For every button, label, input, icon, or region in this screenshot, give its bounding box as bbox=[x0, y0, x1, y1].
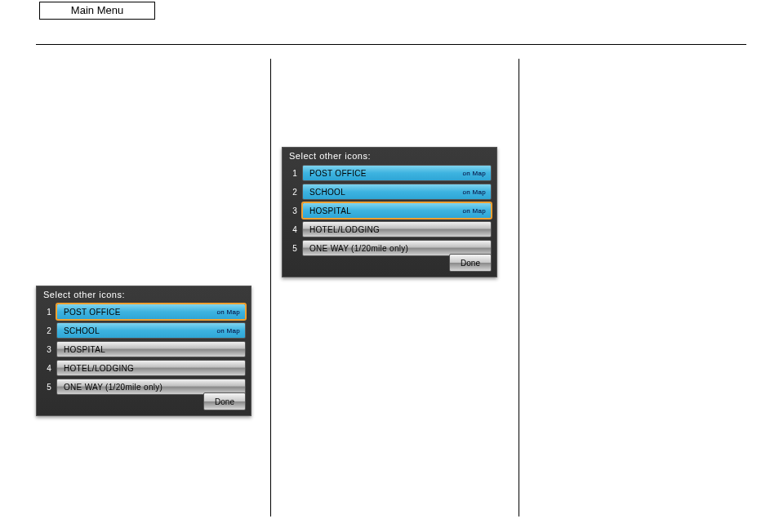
row-number: 5 bbox=[42, 383, 56, 392]
option-status: on Map bbox=[217, 327, 240, 335]
list-row: 4 HOTEL/LODGING bbox=[42, 359, 246, 377]
option-label: SCHOOL bbox=[309, 188, 345, 197]
screen-title: Select other icons: bbox=[43, 290, 125, 299]
option-label: HOTEL/LODGING bbox=[309, 225, 380, 234]
icon-option-hospital[interactable]: HOSPITAL on Map bbox=[302, 202, 492, 219]
option-label: HOSPITAL bbox=[309, 206, 351, 215]
row-number: 2 bbox=[42, 326, 56, 335]
option-label: ONE WAY (1/20mile only) bbox=[309, 244, 408, 253]
list-row: 1 POST OFFICE on Map bbox=[42, 303, 246, 321]
row-number: 2 bbox=[287, 188, 302, 197]
icon-option-school[interactable]: SCHOOL on Map bbox=[302, 184, 492, 200]
icon-option-hotel-lodging[interactable]: HOTEL/LODGING bbox=[302, 221, 492, 237]
option-status: on Map bbox=[463, 170, 486, 177]
nav-screen-select-icons: Select other icons: 1 POST OFFICE on Map… bbox=[282, 147, 497, 277]
row-number: 1 bbox=[42, 308, 56, 317]
icon-option-post-office[interactable]: POST OFFICE on Map bbox=[302, 165, 492, 181]
row-number: 4 bbox=[287, 225, 302, 234]
icon-option-hotel-lodging[interactable]: HOTEL/LODGING bbox=[56, 360, 246, 376]
row-number: 3 bbox=[42, 345, 56, 354]
list-row: 2 SCHOOL on Map bbox=[287, 183, 492, 201]
row-number: 1 bbox=[287, 169, 302, 178]
icon-option-post-office[interactable]: POST OFFICE on Map bbox=[56, 304, 246, 320]
column-divider bbox=[270, 59, 271, 516]
list-row: 1 POST OFFICE on Map bbox=[287, 164, 492, 182]
row-number: 3 bbox=[287, 206, 302, 215]
horizontal-rule bbox=[36, 44, 746, 45]
done-button[interactable]: Done bbox=[203, 392, 246, 410]
list-row: 3 HOSPITAL bbox=[42, 340, 246, 358]
option-label: POST OFFICE bbox=[309, 169, 367, 178]
icon-option-school[interactable]: SCHOOL on Map bbox=[56, 322, 246, 339]
done-button[interactable]: Done bbox=[449, 254, 492, 272]
icon-list: 1 POST OFFICE on Map 2 SCHOOL on Map 3 H… bbox=[287, 164, 492, 258]
option-label: HOSPITAL bbox=[64, 345, 105, 354]
icon-list: 1 POST OFFICE on Map 2 SCHOOL on Map 3 H… bbox=[42, 303, 246, 397]
row-number: 4 bbox=[42, 364, 56, 373]
option-label: ONE WAY (1/20mile only) bbox=[64, 383, 162, 392]
option-status: on Map bbox=[217, 308, 240, 316]
option-status: on Map bbox=[463, 188, 486, 196]
icon-option-hospital[interactable]: HOSPITAL bbox=[56, 341, 246, 357]
option-label: POST OFFICE bbox=[64, 308, 121, 317]
column-divider bbox=[519, 59, 519, 516]
list-row: 4 HOTEL/LODGING bbox=[287, 220, 492, 238]
list-row: 2 SCHOOL on Map bbox=[42, 321, 246, 339]
option-label: SCHOOL bbox=[64, 326, 100, 335]
option-status: on Map bbox=[463, 207, 486, 215]
screen-title: Select other icons: bbox=[289, 151, 371, 161]
nav-screen-select-icons: Select other icons: 1 POST OFFICE on Map… bbox=[36, 286, 252, 416]
option-label: HOTEL/LODGING bbox=[64, 364, 134, 373]
list-row: 3 HOSPITAL on Map bbox=[287, 202, 492, 219]
tab-main-menu: Main Menu bbox=[39, 2, 155, 20]
row-number: 5 bbox=[287, 244, 302, 253]
